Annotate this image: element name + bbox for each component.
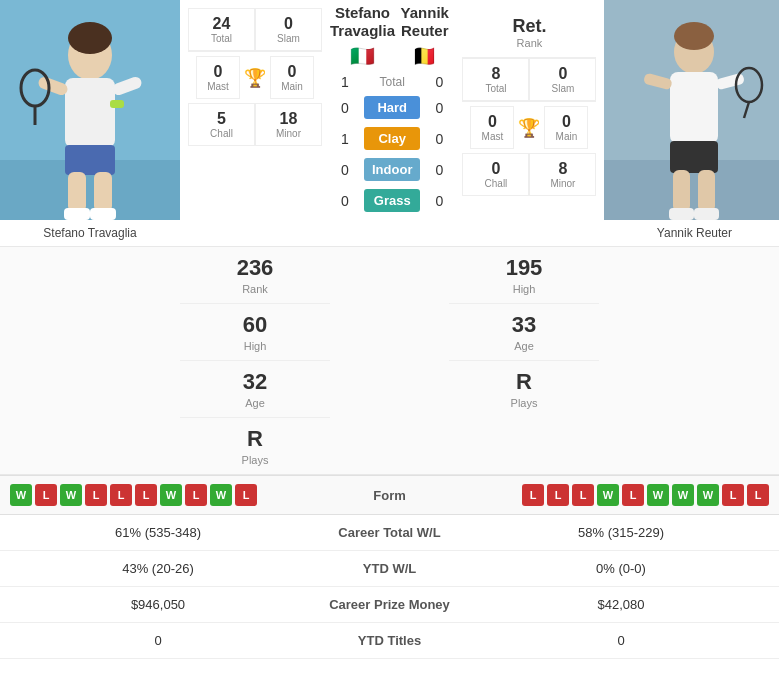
stat-left-value: 0 [16,633,300,648]
grass-btn[interactable]: Grass [360,187,424,214]
left-minor-stat: 18 Minor [255,103,322,146]
left-grass-score: 0 [330,193,360,209]
left-player-photo [0,0,180,220]
left-stats-col: 24 Total 0 Slam 0 Mast 🏆 0 Main [180,0,330,246]
left-player-photo-col: Stefano Travaglia [0,0,180,246]
right-player-photo-col: Yannik Reuter [604,0,779,246]
form-badge-l: L [85,484,107,506]
form-badge-l: L [747,484,769,506]
left-name-line1: Stefano [330,4,395,22]
left-player-silhouette [0,0,180,220]
center-col: Stefano Travaglia 🇮🇹 Yannik Reuter 🇧🇪 [330,0,454,246]
right-player-silhouette [604,0,779,220]
right-rank-block: Ret. Rank [462,8,596,58]
left-trophy-row: 0 Mast 🏆 0 Main [188,51,322,103]
left-flag: 🇮🇹 [330,44,395,68]
svg-rect-26 [694,208,719,220]
player-names-row: Stefano Travaglia 🇮🇹 Yannik Reuter 🇧🇪 [330,0,454,72]
right-indoor-score: 0 [424,162,454,178]
form-badge-w: W [697,484,719,506]
form-badge-w: W [160,484,182,506]
form-badge-w: W [672,484,694,506]
svg-rect-11 [90,208,116,220]
left-total-score: 1 [330,74,360,90]
left-plays-box: R Plays [180,418,330,474]
svg-rect-4 [65,78,115,148]
form-badge-l: L [235,484,257,506]
form-badge-l: L [110,484,132,506]
svg-rect-19 [670,72,718,144]
left-center-stats: 236 Rank 60 High 32 Age R Plays [180,247,330,474]
svg-rect-9 [94,172,112,212]
form-badge-w: W [647,484,669,506]
svg-point-3 [68,22,112,54]
right-grass-score: 0 [424,193,454,209]
form-badge-l: L [522,484,544,506]
right-trophy-row: 0 Mast 🏆 0 Main [462,101,596,153]
left-trophy-icon: 🏆 [240,67,270,89]
right-rank-value: Ret. [466,16,592,37]
left-name-line2: Travaglia [330,22,395,40]
stat-right-value: 58% (315-229) [479,525,763,540]
stat-left-value: $946,050 [16,597,300,612]
form-badge-w: W [10,484,32,506]
left-chall-minor: 5 Chall 18 Minor [188,103,322,146]
right-trophy-icon: 🏆 [514,117,544,139]
form-badge-w: W [597,484,619,506]
left-total-stat: 24 Total [188,8,255,51]
stat-right-value: 0 [479,633,763,648]
right-player-photo [604,0,779,220]
left-hard-score: 0 [330,100,360,116]
right-total-score: 0 [424,74,454,90]
right-chall-minor: 0 Chall 8 Minor [462,153,596,196]
right-clay-score: 0 [424,131,454,147]
svg-point-18 [674,22,714,50]
right-photo-spacer [599,247,779,474]
indoor-btn[interactable]: Indoor [360,156,424,183]
left-inline-stats: 24 Total 0 Slam [188,8,322,51]
right-plays-box: R Plays [449,361,599,417]
right-center-stats: 195 High 33 Age R Plays [449,247,599,474]
left-main-stat: 0 Main [270,56,314,99]
right-player-name-below: Yannik Reuter [604,220,779,246]
left-clay-score: 1 [330,131,360,147]
hard-btn[interactable]: Hard [360,94,424,121]
svg-rect-14 [110,100,124,108]
form-badge-w: W [210,484,232,506]
stat-row: 61% (535-348) Career Total W/L 58% (315-… [0,515,779,551]
right-total-stat: 8 Total [462,58,529,101]
svg-rect-24 [698,170,715,212]
form-badge-l: L [722,484,744,506]
right-chall-stat: 0 Chall [462,153,529,196]
right-hard-score: 0 [424,100,454,116]
stat-row: 43% (20-26) YTD W/L 0% (0-0) [0,551,779,587]
right-main-stat: 0 Main [544,106,588,149]
left-age-box: 32 Age [180,361,330,418]
stat-label: YTD W/L [300,561,479,576]
form-section: WLWLLLWLWL Form LLLWLWWWLL [0,475,779,515]
total-score-row: 1 Total 0 [330,72,454,92]
clay-score-row: 1 Clay 0 [330,123,454,154]
right-stats-col: Ret. Rank 8 Total 0 Slam 0 Mast 🏆 [454,0,604,246]
svg-rect-25 [669,208,694,220]
total-label-center: Total [360,75,424,89]
right-minor-stat: 8 Minor [529,153,596,196]
left-rank-box: 236 Rank [180,247,330,304]
right-name-line1: Yannik [395,4,454,22]
svg-rect-8 [68,172,86,212]
right-name-line2: Reuter [395,22,454,40]
form-badge-l: L [185,484,207,506]
form-label: Form [320,488,460,503]
left-photo-spacer [0,247,180,474]
left-high-box: 60 High [180,304,330,361]
right-flag: 🇧🇪 [395,44,454,68]
hard-score-row: 0 Hard 0 [330,92,454,123]
right-high-box: 195 High [449,247,599,304]
form-badge-l: L [622,484,644,506]
stat-left-value: 61% (535-348) [16,525,300,540]
clay-btn[interactable]: Clay [360,125,424,152]
right-mast-stat: 0 Mast [470,106,514,149]
player-comparison: Stefano Travaglia 24 Total 0 Slam 0 Mast [0,0,779,246]
left-chall-stat: 5 Chall [188,103,255,146]
left-indoor-score: 0 [330,162,360,178]
